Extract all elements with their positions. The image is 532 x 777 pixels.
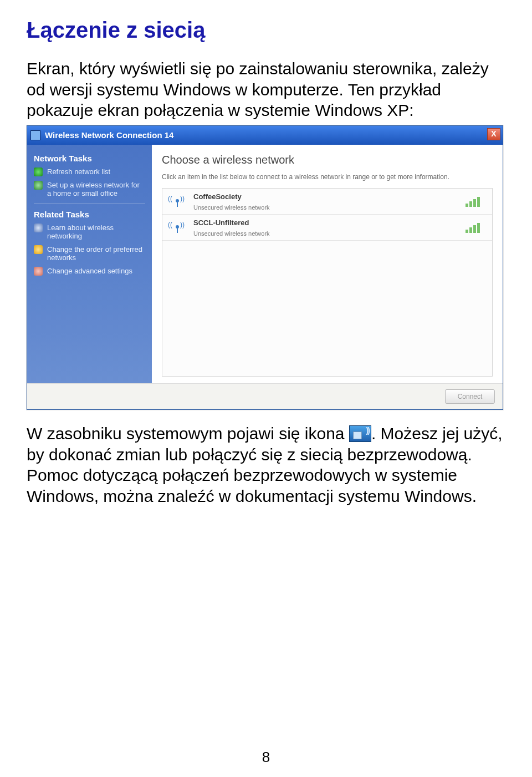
- xp-titlebar: Wireless Network Connection 14 X: [27, 126, 503, 145]
- sidebar-task-setup[interactable]: Set up a wireless network for a home or …: [34, 181, 145, 198]
- network-list: (( )) CoffeeSociety Unsecured wireless n…: [162, 188, 493, 377]
- connect-button[interactable]: Connect: [445, 389, 495, 404]
- xp-dialog: Wireless Network Connection 14 X Network…: [27, 125, 503, 410]
- network-info: SCCL-Unfiltered Unsecured wireless netwo…: [193, 219, 459, 237]
- xp-body: Network Tasks Refresh network list Set u…: [27, 145, 503, 384]
- sidebar-section-network-tasks: Network Tasks: [34, 154, 145, 163]
- network-item[interactable]: (( )) CoffeeSociety Unsecured wireless n…: [162, 189, 492, 215]
- network-name: CoffeeSociety: [193, 192, 459, 201]
- svg-rect-2: [177, 201, 178, 207]
- sidebar-task-advanced[interactable]: Change advanced settings: [34, 267, 145, 276]
- close-button[interactable]: X: [487, 128, 500, 140]
- sidebar-divider: [34, 204, 145, 204]
- advanced-icon: [34, 267, 43, 276]
- refresh-icon: [34, 167, 43, 176]
- tray-wireless-icon: [349, 425, 371, 442]
- wireless-icon: (( )): [168, 192, 187, 211]
- sidebar-task-learn[interactable]: Learn about wireless networking: [34, 224, 145, 241]
- sidebar-task-refresh[interactable]: Refresh network list: [34, 167, 145, 176]
- sidebar-task-label: Learn about wireless networking: [47, 224, 145, 241]
- learn-icon: [34, 224, 43, 232]
- page-number: 8: [0, 749, 532, 766]
- window-icon: [30, 130, 40, 140]
- svg-text:((: ((: [168, 195, 172, 202]
- network-item[interactable]: (( )) SCCL-Unfiltered Unsecured wireless…: [162, 215, 492, 241]
- sidebar-task-order[interactable]: Change the order of preferred networks: [34, 245, 145, 262]
- wireless-icon: (( )): [168, 218, 187, 237]
- network-info: CoffeeSociety Unsecured wireless network: [193, 192, 459, 211]
- order-icon: [34, 245, 43, 254]
- signal-icon: [466, 222, 487, 233]
- xp-main: Choose a wireless network Click an item …: [152, 145, 503, 384]
- svg-text:)): )): [180, 221, 185, 228]
- network-status: Unsecured wireless network: [193, 204, 459, 211]
- main-heading: Choose a wireless network: [162, 154, 493, 166]
- svg-text:((: ((: [168, 221, 172, 228]
- page-heading: Łączenie z siecią: [27, 18, 505, 43]
- signal-icon: [466, 196, 487, 207]
- sidebar-section-related-tasks: Related Tasks: [34, 210, 145, 219]
- intro-paragraph: Ekran, który wyświetli się po zainstalow…: [27, 58, 505, 121]
- network-status: Unsecured wireless network: [193, 230, 459, 237]
- svg-text:)): )): [180, 195, 185, 202]
- svg-rect-6: [177, 227, 178, 233]
- xp-sidebar: Network Tasks Refresh network list Set u…: [27, 145, 152, 384]
- window-title: Wireless Network Connection 14: [45, 130, 173, 140]
- main-subtext: Click an item in the list below to conne…: [162, 173, 493, 182]
- para2-before: W zasobniku systemowym pojawi się ikona: [27, 424, 349, 443]
- tray-paragraph: W zasobniku systemowym pojawi się ikona …: [27, 423, 505, 506]
- sidebar-task-label: Set up a wireless network for a home or …: [47, 181, 145, 198]
- network-name: SCCL-Unfiltered: [193, 219, 459, 227]
- sidebar-task-label: Change advanced settings: [47, 267, 132, 276]
- xp-footer: Connect: [27, 383, 503, 409]
- sidebar-task-label: Change the order of preferred networks: [47, 245, 145, 262]
- setup-icon: [34, 181, 43, 190]
- sidebar-task-label: Refresh network list: [47, 167, 110, 176]
